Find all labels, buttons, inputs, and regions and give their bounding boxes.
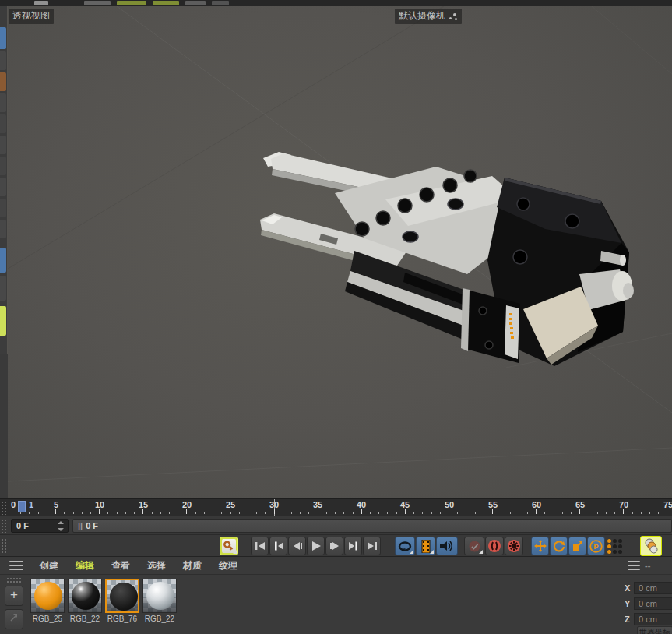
material-menu-texture[interactable]: 纹理	[210, 558, 246, 574]
keying-settings-button[interactable]	[505, 537, 523, 555]
material-menu-view[interactable]: 查看	[103, 558, 139, 574]
left-toolbar-cropped	[0, 6, 8, 354]
material-menu-select[interactable]: 选择	[139, 558, 174, 574]
material-thumbnail-black-gloss[interactable]	[68, 579, 102, 613]
material-menu-create[interactable]: 创建	[31, 558, 67, 574]
parameter-track-button[interactable]: P	[587, 537, 605, 555]
next-key-icon	[348, 541, 359, 551]
spheres-icon	[643, 538, 659, 554]
coordinates-menu-icon[interactable]	[628, 561, 640, 570]
menubar-item-partial	[185, 1, 206, 5]
timeline-ruler[interactable]: 0 5 10 15 20 25 30 35 40 45 50 55 60 65 …	[0, 498, 672, 516]
timeline-tick-label: 20	[182, 500, 192, 509]
material-item-selected[interactable]: RGB_76	[104, 579, 140, 623]
left-toolbar-button-partial[interactable]	[0, 157, 6, 175]
scale-track-button[interactable]	[568, 537, 586, 555]
rotation-track-button[interactable]	[550, 537, 568, 555]
top-menubar-cropped[interactable]	[0, 0, 672, 6]
axis-y-field[interactable]: 0 cm	[634, 597, 672, 610]
rotate-icon	[553, 540, 565, 552]
coordinate-row-x: X 0 cm	[625, 582, 672, 594]
point-level-animation-button[interactable]	[606, 537, 624, 555]
record-keyframe-button[interactable]	[220, 537, 238, 555]
timeline-tick-label: 15	[139, 500, 148, 509]
left-toolbar-button-partial[interactable]	[0, 27, 6, 49]
ruler-major-ticks	[12, 509, 672, 514]
axis-z-field[interactable]: 0 cm	[634, 613, 672, 625]
current-frame-field[interactable]: 0 F	[11, 519, 69, 533]
left-toolbar-button-partial[interactable]	[0, 136, 6, 154]
make-preview-button[interactable]	[416, 537, 435, 555]
previous-key-icon	[273, 541, 284, 551]
camera-label[interactable]: 默认摄像机	[395, 9, 462, 24]
material-menu-edit[interactable]: 编辑	[67, 558, 103, 574]
record-disabled-icon	[468, 540, 481, 553]
range-start-handle[interactable]: ||	[73, 521, 86, 530]
autokey-record-button-disabled[interactable]	[464, 537, 484, 555]
left-toolbar-button-partial[interactable]	[0, 220, 6, 238]
material-thumbnail-silver[interactable]	[142, 579, 177, 613]
left-toolbar-button-partial[interactable]	[0, 248, 6, 273]
material-item[interactable]: RGB_22	[67, 579, 103, 623]
diagonal-arrow-icon	[9, 613, 19, 622]
previous-key-button[interactable]	[269, 537, 287, 555]
left-toolbar-button-partial[interactable]	[0, 72, 6, 91]
viewport-name-label[interactable]: 透视视图	[9, 9, 54, 24]
timeline-tick-label: 70	[619, 500, 628, 509]
preview-range-bar[interactable]: ||0 F	[72, 519, 672, 533]
timeline-tick-label: 5	[54, 500, 58, 509]
next-frame-icon	[329, 541, 340, 551]
material-thumbnail-black-matte[interactable]	[105, 579, 139, 613]
material-thumbnail-orange[interactable]	[30, 579, 65, 613]
loop-icon	[398, 541, 412, 551]
playhead-frame-number: 1	[29, 500, 33, 509]
timeline-tick-label: 65	[575, 500, 585, 509]
material-sphere	[34, 582, 62, 610]
timeline-tick-label: 40	[357, 500, 366, 509]
next-key-button[interactable]	[344, 537, 362, 555]
left-toolbar-button-partial[interactable]	[0, 306, 6, 336]
material-link-button[interactable]	[5, 609, 23, 629]
axis-x-field[interactable]: 0 cm	[634, 582, 672, 594]
menubar-item-partial	[84, 1, 111, 5]
frame-spinner[interactable]	[58, 521, 65, 531]
timeline-playhead[interactable]	[18, 501, 26, 512]
keyframe-selection-button[interactable]	[485, 537, 504, 555]
timeline-tick-label: 25	[226, 500, 235, 509]
parameter-p-icon: P	[589, 540, 603, 553]
timeline-tick-label: 75	[663, 500, 672, 509]
left-toolbar-button-partial[interactable]	[0, 93, 6, 112]
material-menu-material[interactable]: 材质	[174, 558, 210, 574]
frame-range-row: 0 F ||0 F	[0, 516, 672, 534]
material-menu-icon[interactable]	[9, 561, 23, 570]
axis-y-label: Y	[625, 599, 634, 608]
previous-frame-button[interactable]	[288, 537, 306, 555]
simulation-spheres-button[interactable]	[640, 536, 662, 556]
add-material-button[interactable]: +	[5, 586, 23, 606]
next-frame-button[interactable]	[325, 537, 343, 555]
ruler-drag-handle[interactable]	[1, 501, 8, 515]
left-toolbar-button-partial[interactable]	[0, 199, 6, 217]
left-toolbar-button-partial[interactable]	[0, 114, 6, 133]
play-mode-loop-button[interactable]	[395, 537, 415, 555]
toolbar-drag-handle[interactable]	[1, 538, 8, 554]
left-toolbar-button-partial[interactable]	[0, 276, 6, 301]
sound-toggle-button[interactable]	[436, 537, 458, 555]
material-side-tools: +	[5, 577, 25, 632]
menubar-item-partial	[117, 1, 146, 5]
material-item[interactable]: RGB_25	[30, 579, 65, 623]
goto-end-button[interactable]	[363, 537, 381, 555]
material-item[interactable]: RGB_22	[142, 579, 178, 623]
left-toolbar-button-partial[interactable]	[0, 178, 6, 196]
material-panel-drag-handle[interactable]	[6, 577, 23, 583]
frame-row-drag-handle[interactable]	[1, 519, 8, 533]
gripper-model	[8, 6, 672, 498]
position-track-button[interactable]	[531, 537, 549, 555]
left-toolbar-button-partial[interactable]	[0, 51, 6, 70]
viewport-3d[interactable]: 透视视图 默认摄像机	[8, 6, 672, 498]
camera-settings-icon[interactable]	[449, 12, 458, 20]
coordinate-system-button-partial[interactable]: 世界坐标	[637, 626, 672, 634]
goto-start-button[interactable]	[251, 537, 269, 555]
play-button[interactable]	[307, 537, 325, 555]
coordinate-row-y: Y 0 cm	[625, 597, 672, 610]
